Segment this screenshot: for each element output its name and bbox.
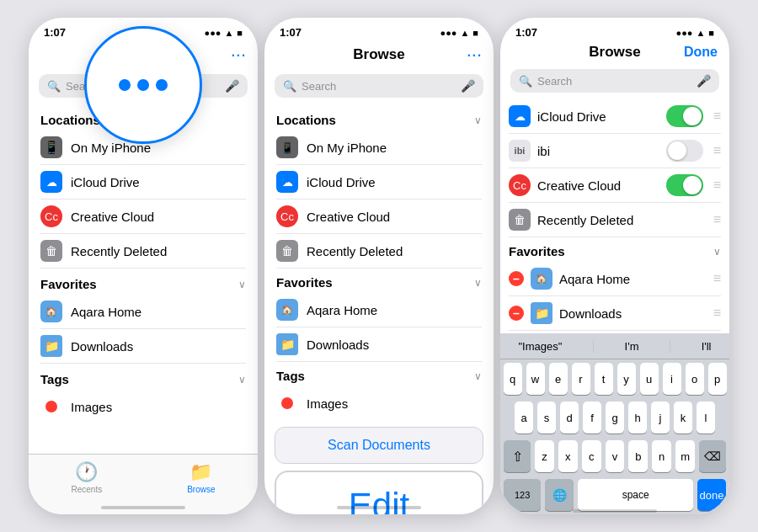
- list-item-on-my-iphone-2[interactable]: 📱 On My iPhone: [276, 130, 482, 165]
- list-item-cc-2[interactable]: Cc Creative Cloud: [276, 200, 482, 234]
- autocomplete-ill[interactable]: I'll: [695, 340, 718, 353]
- list-item-cc[interactable]: Cc Creative Cloud: [40, 200, 246, 234]
- recently-deleted-label-3: Recently Deleted: [537, 213, 707, 227]
- nav-right-icon-2[interactable]: ···: [456, 44, 482, 66]
- ellipsis-overlay[interactable]: [84, 26, 202, 144]
- search-bar-3[interactable]: 🔍 Search 🎤: [510, 69, 719, 93]
- edit-label: Edit: [349, 486, 409, 514]
- key-a[interactable]: a: [515, 402, 533, 434]
- cc-label-3: Creative Cloud: [537, 178, 659, 193]
- key-e[interactable]: e: [549, 363, 568, 395]
- key-123[interactable]: 123: [504, 479, 541, 511]
- drag-handle-icloud[interactable]: ≡: [713, 109, 721, 124]
- recently-deleted-label-2: Recently Deleted: [307, 244, 482, 258]
- key-k[interactable]: k: [674, 402, 692, 434]
- list-item-images-2[interactable]: Images: [276, 386, 482, 420]
- key-n[interactable]: n: [652, 440, 671, 472]
- folder-icon-1: 📁: [40, 335, 62, 357]
- key-x[interactable]: x: [558, 440, 578, 472]
- drag-handle-ibi[interactable]: ≡: [713, 143, 721, 158]
- key-globe[interactable]: 🌐: [545, 479, 574, 511]
- key-q[interactable]: q: [504, 363, 522, 395]
- dot-1: [119, 79, 131, 91]
- scan-documents-btn[interactable]: Scan Documents: [275, 427, 483, 464]
- cc-toggle[interactable]: [666, 174, 703, 196]
- key-f[interactable]: f: [583, 402, 601, 434]
- cc-icon-1: Cc: [40, 205, 62, 227]
- done-button[interactable]: Done: [684, 45, 718, 60]
- status-bar-3: 1:07 ●●● ▲ ■: [500, 18, 729, 42]
- key-h[interactable]: h: [628, 402, 647, 434]
- drag-handle-cc[interactable]: ≡: [713, 178, 721, 193]
- key-c[interactable]: c: [582, 440, 601, 472]
- signal-icon-2: ●●●: [440, 28, 457, 38]
- aqara-icon-3: 🏠: [531, 268, 552, 290]
- key-o[interactable]: o: [686, 363, 704, 395]
- key-r[interactable]: r: [572, 363, 590, 395]
- key-b[interactable]: b: [628, 440, 648, 472]
- list-item-images-1[interactable]: Images: [40, 390, 246, 423]
- status-icons-1: ●●● ▲ ■: [205, 28, 243, 38]
- favorites-title-1: Favorites: [40, 277, 97, 291]
- key-p[interactable]: p: [708, 363, 727, 395]
- autocomplete-im[interactable]: I'm: [618, 340, 646, 353]
- list-item-aqara[interactable]: 🏠 Aqara Home: [40, 295, 246, 329]
- folder-icon-3: 📁: [531, 302, 552, 324]
- s3-recently-deleted[interactable]: 🗑 Recently Deleted ≡: [509, 203, 721, 237]
- key-delete[interactable]: ⌫: [699, 440, 726, 472]
- key-i[interactable]: i: [663, 363, 681, 395]
- key-done[interactable]: done: [697, 479, 726, 511]
- search-placeholder-3: Search: [537, 75, 691, 88]
- key-w[interactable]: w: [526, 363, 545, 395]
- list-item-aqara-2[interactable]: 🏠 Aqara Home: [276, 293, 482, 327]
- fav-chevron-3: ∨: [713, 246, 721, 258]
- key-m[interactable]: m: [675, 440, 695, 472]
- key-y[interactable]: y: [617, 363, 636, 395]
- key-u[interactable]: u: [640, 363, 659, 395]
- cc-icon-2: Cc: [276, 205, 298, 227]
- s3-aqara[interactable]: – 🏠 Aqara Home ≡: [509, 262, 721, 296]
- list-item-recently-deleted-2[interactable]: 🗑 Recently Deleted: [276, 234, 482, 269]
- s3-downloads[interactable]: – 📁 Downloads ≡: [509, 296, 721, 331]
- key-t[interactable]: t: [595, 363, 613, 395]
- autocomplete-images[interactable]: "Images": [512, 340, 569, 353]
- keyboard: "Images" | I'm | I'll q w e r t y u i o …: [500, 333, 729, 514]
- list-item-downloads-1[interactable]: 📁 Downloads: [40, 329, 246, 364]
- key-z[interactable]: z: [535, 440, 554, 472]
- ibi-toggle[interactable]: [666, 140, 703, 162]
- key-v[interactable]: v: [606, 440, 625, 472]
- s3-icloud[interactable]: ☁ iCloud Drive ≡: [509, 99, 721, 134]
- locations-title-1: Locations: [40, 113, 100, 127]
- nav-right-icon-1[interactable]: ···: [221, 44, 246, 66]
- list-item-recently-deleted[interactable]: 🗑 Recently Deleted: [40, 234, 246, 269]
- drag-handle-downloads[interactable]: ≡: [713, 306, 721, 321]
- search-bar-2[interactable]: 🔍 Search 🎤: [275, 74, 483, 98]
- key-j[interactable]: j: [651, 402, 670, 434]
- list-item-icloud[interactable]: ☁ iCloud Drive: [40, 165, 246, 200]
- key-g[interactable]: g: [606, 402, 624, 434]
- minus-aqara[interactable]: –: [509, 271, 524, 286]
- list-item-icloud-2[interactable]: ☁ iCloud Drive: [276, 165, 482, 200]
- content-1: Locations 📱 On My iPhone ☁ iCloud Drive …: [29, 104, 258, 423]
- key-space[interactable]: space: [578, 479, 692, 511]
- tab-browse-1[interactable]: 📁 Browse: [187, 461, 215, 494]
- signal-icon-3: ●●●: [676, 28, 693, 38]
- screen-1: 1:07 ●●● ▲ ■ Browse ··· 🔍 Search 🎤 Locat…: [29, 18, 258, 514]
- drag-handle-aqara[interactable]: ≡: [713, 271, 721, 286]
- mic-icon-1: 🎤: [225, 79, 239, 93]
- list-item-downloads-2[interactable]: 📁 Downloads: [276, 327, 482, 362]
- key-l[interactable]: l: [697, 402, 715, 434]
- aqara-icon-2: 🏠: [276, 299, 298, 321]
- key-s[interactable]: s: [537, 402, 556, 434]
- minus-downloads[interactable]: –: [509, 306, 524, 321]
- s3-ibi[interactable]: ibi ibi ≡: [509, 134, 721, 168]
- icloud-toggle[interactable]: [666, 105, 703, 127]
- cc-icon-3: Cc: [509, 174, 531, 196]
- drag-handle-trash[interactable]: ≡: [713, 212, 721, 227]
- icloud-icon-3: ☁: [509, 105, 531, 127]
- key-shift[interactable]: ⇧: [504, 440, 531, 472]
- tab-recents-1[interactable]: 🕐 Recents: [71, 461, 102, 494]
- key-d[interactable]: d: [560, 402, 579, 434]
- s3-cc[interactable]: Cc Creative Cloud ≡: [509, 168, 721, 203]
- loc-chevron-2: ∨: [474, 114, 482, 126]
